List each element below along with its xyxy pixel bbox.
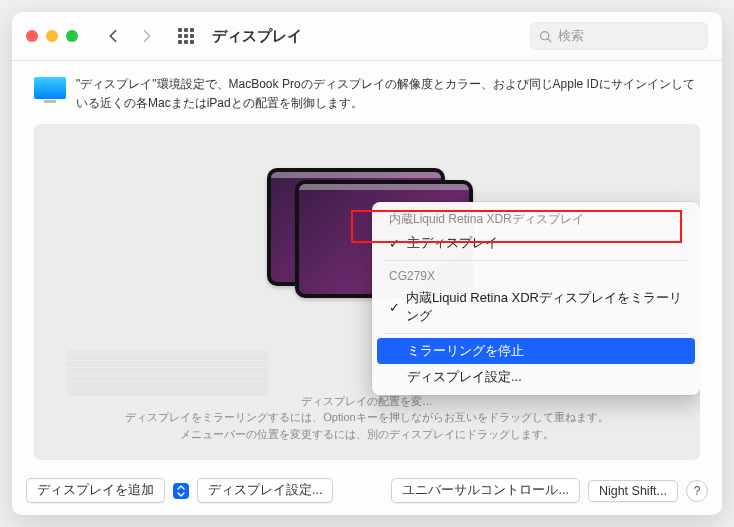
keyboard-graphic (66, 350, 268, 396)
preferences-window: ディスプレイ 検索 "ディスプレイ"環境設定で、MacBook Proのディスプ… (12, 12, 722, 515)
search-input[interactable]: 検索 (530, 22, 708, 50)
display-settings-button[interactable]: ディスプレイ設定... (197, 478, 333, 503)
menu-separator (385, 333, 687, 334)
search-placeholder: 検索 (558, 27, 584, 45)
forward-button (134, 23, 160, 49)
universal-control-button[interactable]: ユニバーサルコントロール... (391, 478, 579, 503)
chevron-right-icon (142, 29, 152, 43)
titlebar: ディスプレイ 検索 (12, 12, 722, 61)
menu-item-mirror[interactable]: ✓ 内蔵Liquid Retina XDRディスプレイをミラーリング (377, 285, 695, 329)
window-controls (26, 30, 78, 42)
zoom-icon[interactable] (66, 30, 78, 42)
context-menu: 内蔵Liquid Retina XDRディスプレイ ✓ 主ディスプレイ CG27… (372, 202, 700, 395)
svg-point-0 (541, 31, 549, 39)
add-display-button[interactable]: ディスプレイを追加 (26, 478, 165, 503)
menu-separator (385, 260, 687, 261)
menu-header-internal: 内蔵Liquid Retina XDRディスプレイ (377, 207, 695, 230)
description-row: "ディスプレイ"環境設定で、MacBook Proのディスプレイの解像度とカラー… (12, 61, 722, 124)
minimize-icon[interactable] (46, 30, 58, 42)
hint-line3: メニューバーの位置を変更するには、別のディスプレイにドラッグします。 (34, 426, 700, 443)
menu-item-label: 主ディスプレイ (407, 234, 498, 252)
menu-item-label: ミラーリングを停止 (407, 342, 524, 360)
footer: ディスプレイを追加 ディスプレイ設定... ユニバーサルコントロール... Ni… (12, 470, 722, 515)
search-icon (539, 30, 552, 43)
hint-line2: ディスプレイをミラーリングするには、Optionキーを押しながらお互いをドラッグ… (34, 409, 700, 426)
back-button[interactable] (100, 23, 126, 49)
description-text: "ディスプレイ"環境設定で、MacBook Proのディスプレイの解像度とカラー… (76, 75, 700, 112)
add-display-menu-button[interactable] (173, 483, 189, 499)
check-icon: ✓ (389, 300, 400, 315)
menu-item-label: 内蔵Liquid Retina XDRディスプレイをミラーリング (406, 289, 683, 325)
help-button[interactable]: ? (686, 480, 708, 502)
menu-item-stop-mirroring[interactable]: ミラーリングを停止 (377, 338, 695, 364)
menu-item-display-settings[interactable]: ディスプレイ設定... (377, 364, 695, 390)
display-icon (34, 77, 66, 99)
close-icon[interactable] (26, 30, 38, 42)
check-icon: ✓ (389, 236, 401, 251)
arrangement-canvas[interactable]: ディスプレイの配置を変… ディスプレイをミラーリングするには、Optionキーを… (34, 124, 700, 460)
updown-icon (177, 485, 185, 497)
menu-item-label: ディスプレイ設定... (407, 368, 522, 386)
chevron-left-icon (108, 29, 118, 43)
show-all-icon[interactable] (178, 28, 194, 44)
hint-text: ディスプレイの配置を変… ディスプレイをミラーリングするには、Optionキーを… (34, 393, 700, 443)
night-shift-button[interactable]: Night Shift... (588, 480, 678, 502)
svg-line-1 (548, 38, 551, 41)
menu-header-external: CG279X (377, 265, 695, 285)
page-title: ディスプレイ (212, 27, 302, 46)
menu-item-main-display[interactable]: ✓ 主ディスプレイ (377, 230, 695, 256)
